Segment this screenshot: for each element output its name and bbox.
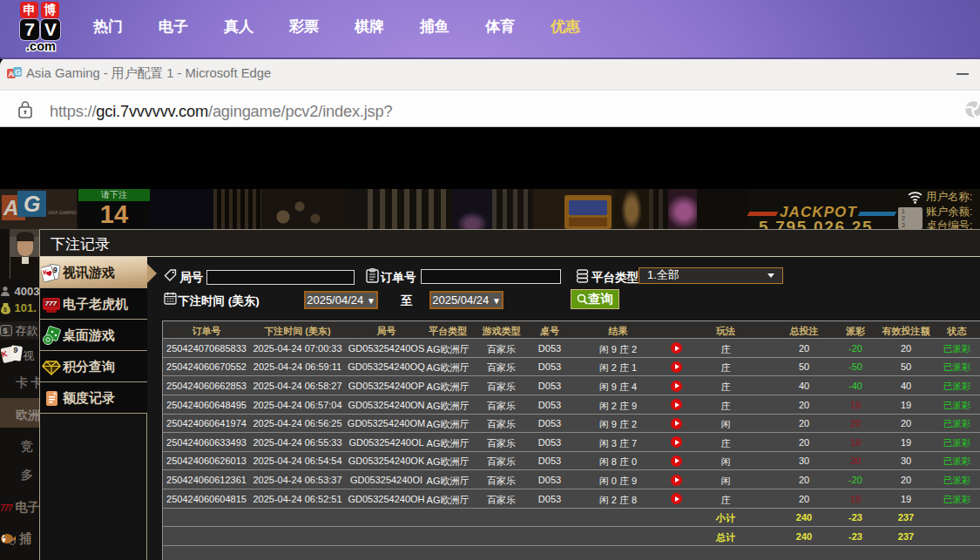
svg-text:777: 777 [45, 300, 57, 307]
svg-text:G: G [15, 68, 21, 77]
svg-text:$: $ [3, 307, 7, 314]
svg-text:A: A [9, 70, 15, 78]
svg-text:.com: .com [26, 39, 56, 53]
svg-text:$: $ [3, 327, 8, 335]
